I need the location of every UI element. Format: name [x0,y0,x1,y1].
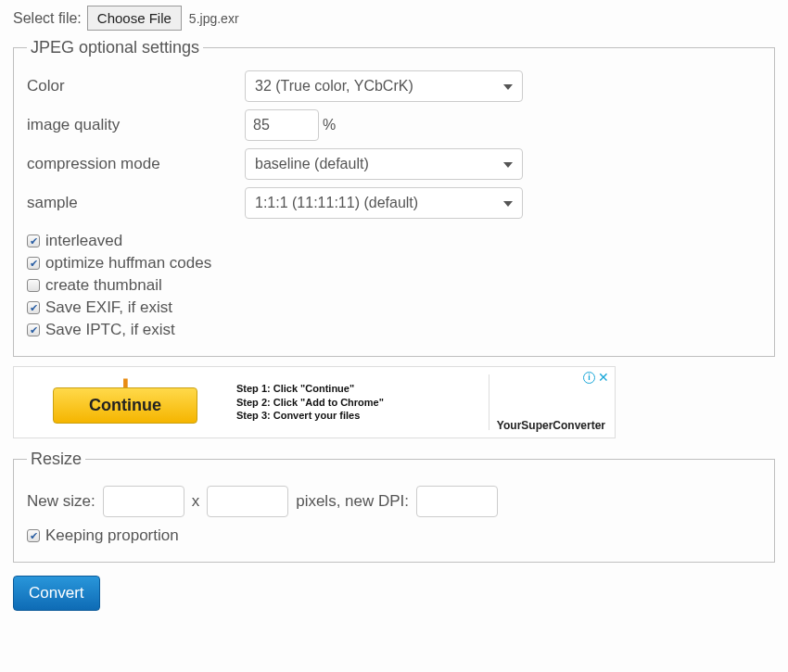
ad-continue-button[interactable]: Continue [53,387,197,424]
create-thumbnail-checkbox[interactable] [27,279,40,292]
sample-value: 1:1:1 (11:11:11) (default) [255,195,418,211]
color-select[interactable]: 32 (True color, YCbCrK) [245,70,523,102]
resize-legend: Resize [27,450,85,469]
save-exif-label: Save EXIF, if exist [45,298,172,317]
interleaved-checkbox[interactable] [27,235,40,247]
new-size-label: New size: [27,492,95,511]
dpi-input[interactable] [416,486,498,517]
image-quality-unit: % [323,117,336,133]
select-file-label: Select file: [13,10,82,27]
compression-mode-label: compression mode [27,155,245,173]
keep-proportion-label: Keeping proportion [45,526,179,545]
color-select-value: 32 (True color, YCbCrK) [255,78,413,95]
interleaved-label: interleaved [45,232,122,250]
optimize-huffman-label: optimize huffman codes [45,254,211,273]
jpeg-settings-legend: JPEG optional settings [27,38,203,57]
width-input[interactable] [103,486,184,517]
sample-label: sample [27,194,245,212]
height-input[interactable] [207,486,288,517]
save-iptc-label: Save IPTC, if exist [45,321,175,339]
ad-close-icon[interactable]: ✕ [598,371,609,384]
selected-filename: 5.jpg.exr [189,11,239,26]
jpeg-checkbox-list: interleaved optimize huffman codes creat… [27,232,761,339]
ad-brand-text: YourSuperConverter [497,419,605,432]
save-iptc-checkbox[interactable] [27,323,40,336]
ad-steps-text: Step 1: Click "Continue" Step 2: Click "… [236,382,450,424]
x-label: x [192,492,200,511]
optimize-huffman-checkbox[interactable] [27,257,40,270]
compression-mode-select[interactable]: baseline (default) [245,148,523,180]
resize-fieldset: Resize New size: x pixels, new DPI: Keep… [13,450,775,563]
convert-button[interactable]: Convert [13,576,100,611]
choose-file-button[interactable]: Choose File [87,6,182,31]
jpeg-settings-fieldset: JPEG optional settings Color 32 (True co… [13,38,775,357]
save-exif-checkbox[interactable] [27,301,40,314]
image-quality-input[interactable] [245,109,319,141]
compression-mode-value: baseline (default) [255,156,369,172]
color-label: Color [27,77,245,95]
image-quality-label: image quality [27,116,245,134]
keep-proportion-checkbox[interactable] [27,529,40,542]
ad-banner: ⬇ Continue Step 1: Click "Continue" Step… [13,366,616,438]
sample-select[interactable]: 1:1:1 (11:11:11) (default) [245,187,523,219]
ad-info-icon[interactable]: i [583,372,595,384]
ad-divider [489,374,489,430]
create-thumbnail-label: create thumbnail [45,276,162,295]
pixels-dpi-label: pixels, new DPI: [296,492,409,511]
